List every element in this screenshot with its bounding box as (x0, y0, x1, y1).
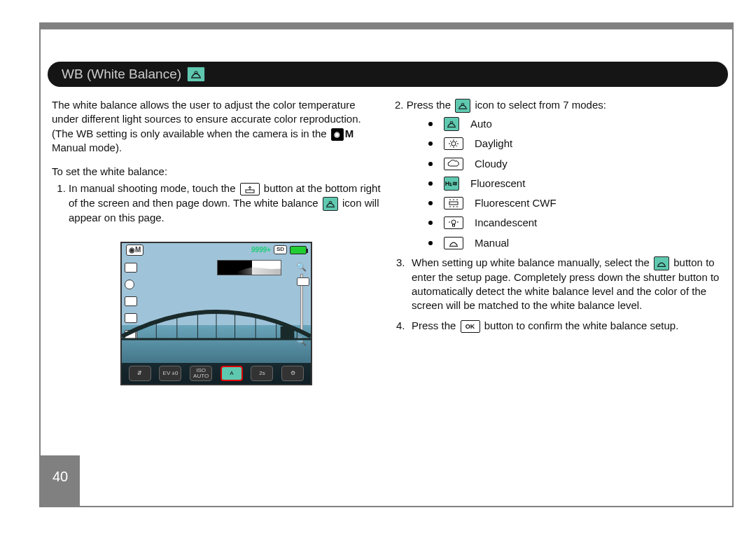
svg-line-20 (450, 141, 451, 142)
mode-daylight: Daylight (428, 137, 722, 151)
daylight-icon (444, 137, 463, 150)
intro-text: The white balance allows the user to adj… (52, 99, 361, 139)
auto-wb-icon (444, 117, 459, 131)
mode-label: Incandescent (475, 216, 537, 230)
aspect-icon (125, 263, 137, 273)
mode-incandescent: Incandescent (428, 216, 722, 230)
camera-icon: ◉ (331, 128, 344, 141)
step1-text-a: In manual shooting mode, touch the (69, 182, 239, 194)
sd-card-icon: SD (274, 245, 287, 254)
fluorescent-cwf-icon (444, 197, 463, 209)
step3-text-a: When setting up white balance manually, … (412, 256, 652, 268)
bb-btn-4: 2s (251, 366, 273, 381)
cloudy-icon (444, 158, 463, 170)
mode-label: Daylight (475, 137, 512, 151)
battery-icon (290, 246, 307, 254)
mode-fluorescent: H₁≋Fluorescent (428, 177, 722, 191)
subheading: To set the white balance: (52, 165, 381, 179)
manual-mode-letter: M (345, 128, 354, 139)
step-1: In manual shooting mode, touch the butto… (69, 181, 381, 225)
incandescent-icon (444, 216, 463, 229)
page-number: 40 (41, 455, 80, 506)
svg-point-31 (451, 220, 456, 224)
histogram (217, 260, 281, 275)
bb-btn-5: ⚙ (281, 366, 304, 381)
bb-btn-wb-highlighted: A (220, 366, 243, 381)
svg-line-22 (450, 146, 451, 147)
svg-rect-0 (195, 71, 197, 74)
mode-label: Fluorescent CWF (475, 196, 556, 210)
svg-rect-24 (449, 202, 458, 205)
step4-text-b: button to confirm the white balance setu… (482, 319, 679, 331)
mode-label: Fluorescent (470, 177, 525, 191)
svg-rect-2 (329, 201, 332, 203)
shot-counter: 9999+ (251, 245, 271, 255)
mode-badge: ◉M (126, 245, 144, 256)
zoom-in-icon: 🔍 (296, 261, 307, 273)
ok-icon: OK (461, 320, 480, 333)
svg-rect-1 (246, 190, 254, 193)
steps-list-left: In manual shooting mode, touch the butto… (52, 181, 381, 225)
content-columns: The white balance allows the user to adj… (48, 98, 728, 385)
mode-cloudy: Cloudy (428, 157, 722, 171)
bridge-scene (122, 308, 311, 348)
step2-text-a: Press the (407, 99, 454, 111)
bb-btn-2: ISO AUTO (190, 366, 212, 381)
mode-manual: Manual (428, 236, 722, 250)
svg-rect-12 (281, 326, 295, 339)
wb-icon-step2 (455, 99, 470, 113)
bb-btn-0: ⇵ (129, 366, 151, 381)
steps-list-right: When setting up white balance manually, … (395, 256, 722, 333)
camera-lcd-screenshot: ◉M 9999+ SD 🔍 🔍 (120, 242, 312, 385)
mode-auto: Auto (428, 117, 722, 131)
svg-point-15 (451, 142, 456, 146)
intro-tail: Manual mode). (52, 142, 122, 153)
lcd-topbar: ◉M 9999+ SD (122, 243, 311, 257)
right-column: 2. Press the icon to select from 7 modes… (395, 98, 728, 385)
manual-wb-icon-inline (654, 256, 669, 270)
svg-line-21 (456, 146, 458, 147)
svg-rect-14 (450, 122, 453, 124)
svg-line-23 (456, 141, 458, 142)
ois-icon (125, 296, 137, 306)
fluorescent-icon: H₁≋ (444, 177, 459, 191)
svg-rect-32 (453, 224, 455, 226)
modes-list: Auto Daylight Cloudy H₁≋Fluorescent Fluo… (395, 117, 722, 250)
intro-paragraph: The white balance allows the user to adj… (52, 98, 381, 155)
mode-fluorescent-cwf: Fluorescent CWF (428, 196, 722, 210)
step-4: Press the OK button to confirm the white… (412, 319, 722, 333)
mode-label: Cloudy (475, 157, 507, 171)
step4-text-a: Press the (412, 319, 459, 331)
white-balance-icon (187, 67, 205, 82)
wb-icon-inline (323, 197, 338, 211)
heading-text: WB (White Balance) (62, 67, 181, 82)
step-2: 2. Press the icon to select from 7 modes… (395, 98, 722, 113)
mode-label: Auto (470, 117, 492, 131)
touch-icon (240, 183, 260, 195)
bb-btn-1: EV ±0 (159, 366, 181, 381)
svg-rect-13 (461, 104, 464, 106)
left-column: The white balance allows the user to adj… (48, 98, 381, 385)
mode-label: Manual (475, 236, 509, 250)
manual-wb-icon (444, 237, 463, 249)
lcd-bottombar: ⇵ EV ±0 ISO AUTO A 2s ⚙ (122, 363, 311, 384)
page-title: WB (White Balance) (48, 62, 728, 87)
af-icon (125, 280, 134, 289)
step-3: When setting up white balance manually, … (412, 256, 722, 313)
step2-text-b: icon to select from 7 modes: (472, 99, 606, 111)
